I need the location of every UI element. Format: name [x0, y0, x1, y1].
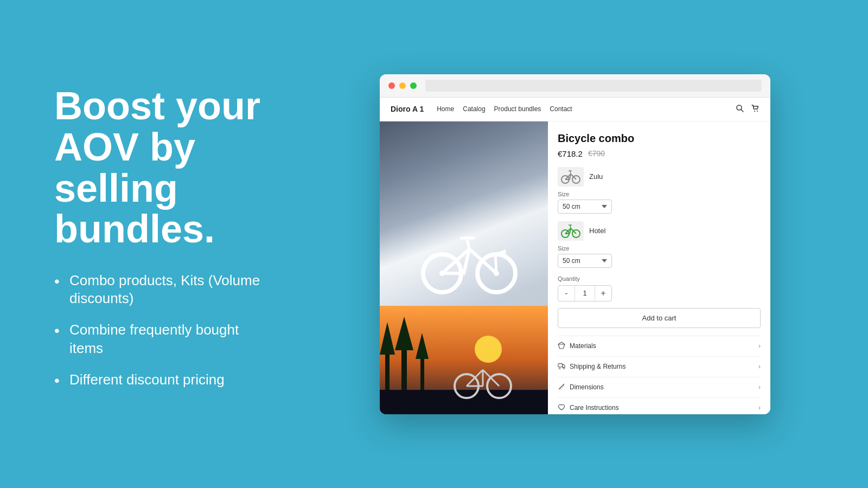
nav-catalog[interactable]: Catalog — [463, 105, 485, 113]
svg-line-38 — [570, 171, 571, 174]
bike-option-zulu: Zulu — [558, 167, 761, 187]
nav-icons — [736, 104, 760, 114]
bullet-3: Different discount pricing — [54, 371, 271, 389]
svg-line-35 — [571, 174, 576, 179]
chevron-down-icon-4: › — [758, 404, 761, 412]
svg-line-46 — [570, 225, 571, 228]
ruler-icon — [558, 383, 565, 392]
product-title: Bicycle combo — [558, 132, 761, 145]
zulu-name: Zulu — [589, 172, 603, 181]
accordion-shipping[interactable]: Shipping & Returns › — [558, 356, 761, 377]
price-row: €718.2 €790 — [558, 149, 761, 158]
qty-value: 1 — [575, 286, 595, 301]
heart-icon — [558, 403, 565, 413]
bullet-list: Combo products, Kits (Volume discounts) … — [54, 272, 271, 389]
svg-line-56 — [563, 385, 564, 386]
add-to-cart-button[interactable]: Add to cart — [558, 308, 761, 328]
dot-green — [410, 82, 417, 89]
store-nav: Dioro A 1 Home Catalog Product bundles C… — [380, 98, 770, 121]
product-area: Bicycle combo €718.2 €790 — [380, 121, 770, 414]
svg-rect-22 — [401, 344, 407, 390]
bike-option-hotel: Hotel — [558, 221, 761, 241]
svg-point-51 — [559, 368, 560, 369]
quantity-label: Quantity — [558, 275, 761, 282]
bullet-1: Combo products, Kits (Volume discounts) — [54, 272, 271, 309]
svg-point-52 — [563, 368, 565, 369]
zulu-bike-icon — [560, 169, 582, 185]
qty-minus-button[interactable]: - — [558, 286, 575, 301]
truck-icon — [558, 362, 565, 371]
hotel-size-select[interactable]: 50 cm 54 cm 58 cm — [558, 254, 612, 268]
svg-line-1 — [741, 110, 743, 112]
svg-rect-20 — [385, 349, 390, 390]
care-label: Care Instructions — [570, 404, 619, 412]
accordion-care[interactable]: Care Instructions › — [558, 397, 761, 414]
store-logo: Dioro A 1 — [391, 105, 424, 113]
qty-plus-button[interactable]: + — [595, 286, 611, 301]
svg-marker-48 — [558, 342, 565, 349]
bike-thumb-hotel — [558, 221, 584, 241]
svg-line-14 — [495, 254, 496, 273]
svg-line-55 — [561, 387, 563, 388]
svg-point-18 — [475, 336, 502, 363]
svg-point-3 — [757, 111, 758, 112]
svg-rect-24 — [420, 355, 424, 390]
shipping-label: Shipping & Returns — [570, 363, 626, 370]
svg-line-54 — [560, 388, 561, 389]
svg-rect-50 — [558, 363, 563, 367]
svg-point-2 — [754, 111, 755, 112]
search-icon[interactable] — [736, 104, 744, 114]
hotel-size-label: Size — [558, 245, 761, 252]
browser-chrome — [380, 74, 770, 98]
left-panel: Boost your AOV by selling bundles. Combo… — [0, 53, 304, 434]
materials-label: Materials — [570, 342, 596, 350]
nav-home[interactable]: Home — [437, 105, 454, 113]
zulu-size-select[interactable]: 50 cm 54 cm 58 cm — [558, 200, 612, 214]
zulu-size-label: Size — [558, 191, 761, 197]
svg-line-12 — [467, 238, 469, 249]
dot-yellow — [399, 82, 406, 89]
svg-rect-19 — [380, 390, 548, 414]
svg-line-43 — [571, 228, 576, 234]
main-product-image — [380, 121, 548, 306]
gem-icon — [558, 342, 565, 351]
nav-bundles[interactable]: Product bundles — [494, 105, 541, 113]
right-panel: Dioro A 1 Home Catalog Product bundles C… — [304, 53, 868, 436]
dot-red — [388, 82, 395, 89]
bullet-2: Combine frequently bought items — [54, 321, 271, 358]
product-details: Bicycle combo €718.2 €790 — [548, 121, 770, 414]
accordion-materials[interactable]: Materials › — [558, 336, 761, 356]
headline: Boost your AOV by selling bundles. — [54, 86, 271, 249]
dimensions-label: Dimensions — [570, 383, 604, 391]
image-gallery — [380, 121, 548, 414]
price-current: €718.2 — [558, 149, 583, 158]
accordion-dimensions[interactable]: Dimensions › — [558, 377, 761, 397]
chevron-down-icon-3: › — [758, 383, 761, 391]
nav-contact[interactable]: Contact — [550, 105, 572, 113]
hotel-bike-icon — [560, 223, 582, 239]
chevron-down-icon: › — [758, 342, 761, 350]
cart-icon[interactable] — [751, 104, 760, 114]
browser-address-bar — [425, 80, 762, 92]
hotel-name: Hotel — [589, 227, 605, 235]
bike-thumb-zulu — [558, 167, 584, 187]
secondary-image-svg — [380, 306, 548, 414]
price-original: €790 — [588, 149, 605, 158]
secondary-product-image — [380, 306, 548, 414]
browser-window: Dioro A 1 Home Catalog Product bundles C… — [380, 74, 770, 414]
chevron-down-icon-2: › — [758, 363, 761, 370]
quantity-control: - 1 + — [558, 285, 612, 301]
bike-main-svg — [415, 219, 524, 295]
nav-links: Home Catalog Product bundles Contact — [437, 105, 736, 113]
